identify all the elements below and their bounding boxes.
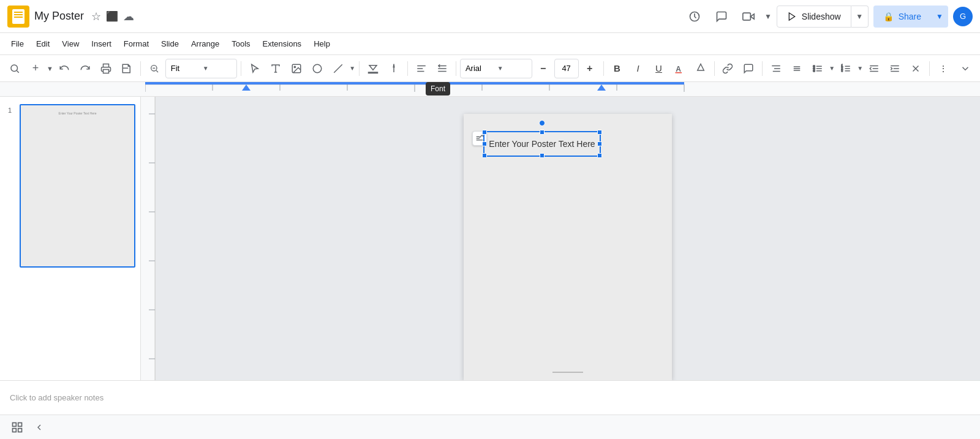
svg-text:A: A — [676, 64, 681, 73]
menu-arrange[interactable]: Arrange — [185, 36, 225, 53]
font-size-decrease-button[interactable]: − — [533, 59, 553, 78]
print-button[interactable] — [96, 59, 116, 78]
handle-left-mid[interactable] — [482, 141, 487, 146]
svg-rect-81 — [18, 428, 22, 432]
tb-separator-9 — [929, 61, 930, 76]
text-color-button[interactable]: A — [670, 59, 690, 78]
speaker-notes-placeholder: Click to add speaker notes — [10, 393, 104, 402]
slide-canvas[interactable]: Enter Your Poster Text Here — [464, 114, 672, 380]
canvas-area[interactable]: Enter Your Poster Text Here — [156, 97, 980, 380]
indent-increase-button[interactable] — [885, 59, 905, 78]
slide-number: 1 — [5, 104, 15, 114]
svg-line-5 — [17, 70, 18, 72]
slideshow-group: Slideshow ▼ — [777, 6, 869, 28]
select-tool-button[interactable] — [245, 59, 265, 78]
pen-color-button[interactable] — [384, 59, 404, 78]
svg-point-4 — [11, 65, 18, 72]
video-dropdown[interactable]: ▼ — [764, 12, 772, 21]
speaker-notes[interactable]: Click to add speaker notes — [0, 380, 980, 415]
undo-button[interactable] — [55, 59, 74, 78]
more-options-button[interactable]: ⋮ — [933, 59, 953, 78]
menu-extensions[interactable]: Extensions — [257, 36, 308, 53]
header-right: ▼ Slideshow ▼ 🔒 Share ▼ G — [684, 6, 973, 28]
text-align-button[interactable] — [766, 59, 786, 78]
bullets-button[interactable] — [808, 59, 827, 78]
svg-line-9 — [156, 70, 158, 72]
collapse-button[interactable] — [32, 420, 47, 435]
handle-bottom-left[interactable] — [482, 153, 487, 158]
cloud-icon[interactable]: ☁ — [123, 10, 134, 23]
svg-rect-79 — [18, 422, 22, 426]
svg-rect-6 — [103, 69, 108, 73]
numbered-dropdown[interactable]: ▼ — [857, 65, 863, 72]
svg-rect-26 — [675, 72, 682, 73]
handle-top-right[interactable] — [597, 130, 602, 135]
avatar[interactable]: G — [953, 7, 973, 26]
zoom-selector[interactable]: Fit ▼ — [165, 59, 238, 78]
image-button[interactable] — [287, 59, 306, 78]
redo-button[interactable] — [75, 59, 95, 78]
line-spacing-button[interactable] — [787, 59, 807, 78]
handle-top-left[interactable] — [482, 130, 487, 135]
add-dropdown[interactable]: ▼ — [47, 65, 53, 72]
svg-marker-3 — [789, 13, 794, 20]
line-button[interactable] — [328, 59, 348, 78]
fill-color-button[interactable] — [363, 59, 383, 78]
font-selector[interactable]: Arial ▼ — [460, 59, 532, 78]
shape-button[interactable] — [307, 59, 327, 78]
svg-marker-1 — [750, 13, 754, 18]
menu-insert[interactable]: Insert — [85, 36, 118, 53]
align-left-button[interactable] — [412, 59, 431, 78]
search-button[interactable] — [5, 59, 24, 78]
app-logo[interactable] — [7, 6, 29, 28]
svg-rect-2 — [743, 13, 751, 20]
line-dropdown[interactable]: ▼ — [349, 65, 355, 72]
handle-right-mid[interactable] — [597, 141, 602, 146]
grid-view-button[interactable] — [7, 418, 27, 437]
clear-format-button[interactable] — [906, 59, 925, 78]
slideshow-button[interactable]: Slideshow — [777, 6, 851, 28]
handle-top-mid[interactable] — [540, 130, 545, 135]
comments-button[interactable] — [710, 6, 733, 28]
document-title[interactable]: My Poster — [34, 10, 84, 23]
text-tool-button[interactable] — [266, 59, 285, 78]
copy-format-button[interactable] — [117, 59, 137, 78]
share-button[interactable]: 🔒 Share — [873, 6, 931, 28]
font-size-input[interactable]: 47 — [554, 59, 579, 78]
handle-bottom-mid[interactable] — [540, 153, 545, 158]
slide-thumbnail[interactable]: Enter Your Poster Text Here — [20, 104, 135, 268]
font-size-increase-button[interactable]: + — [580, 59, 600, 78]
comment-button[interactable] — [739, 59, 758, 78]
slideshow-dropdown[interactable]: ▼ — [851, 6, 869, 28]
menu-edit[interactable]: Edit — [30, 36, 56, 53]
menu-view[interactable]: View — [56, 36, 85, 53]
share-dropdown[interactable]: ▼ — [931, 6, 948, 28]
text-box-selected[interactable]: Enter Your Poster Text Here — [483, 131, 601, 157]
menu-help[interactable]: Help — [307, 36, 336, 53]
indent-decrease-button[interactable] — [864, 59, 884, 78]
text-box-content[interactable]: Enter Your Poster Text Here — [489, 139, 595, 149]
paragraph-spacing-button[interactable] — [432, 59, 452, 78]
add-button[interactable]: + — [26, 59, 45, 78]
menu-tools[interactable]: Tools — [225, 36, 256, 53]
menu-slide[interactable]: Slide — [155, 36, 185, 53]
video-button[interactable] — [737, 6, 760, 28]
folder-icon[interactable]: ⬛ — [106, 10, 118, 22]
history-button[interactable] — [684, 6, 706, 28]
highlight-button[interactable] — [691, 59, 710, 78]
zoom-out-button[interactable] — [145, 59, 164, 78]
numbered-list-button[interactable]: 123 — [836, 59, 856, 78]
menu-format[interactable]: Format — [118, 36, 155, 53]
rotate-handle[interactable] — [539, 120, 545, 126]
underline-button[interactable]: U — [649, 59, 669, 78]
bold-button[interactable]: B — [608, 59, 627, 78]
bullets-dropdown[interactable]: ▼ — [829, 65, 835, 72]
tb-separator-2 — [241, 61, 241, 76]
slides-panel: 1 Enter Your Poster Text Here — [0, 97, 141, 380]
menu-file[interactable]: File — [5, 36, 30, 53]
star-icon[interactable]: ☆ — [91, 10, 101, 23]
italic-button[interactable]: I — [628, 59, 648, 78]
handle-bottom-right[interactable] — [597, 153, 602, 158]
link-button[interactable] — [718, 59, 737, 78]
expand-toolbar-button[interactable] — [956, 59, 975, 78]
